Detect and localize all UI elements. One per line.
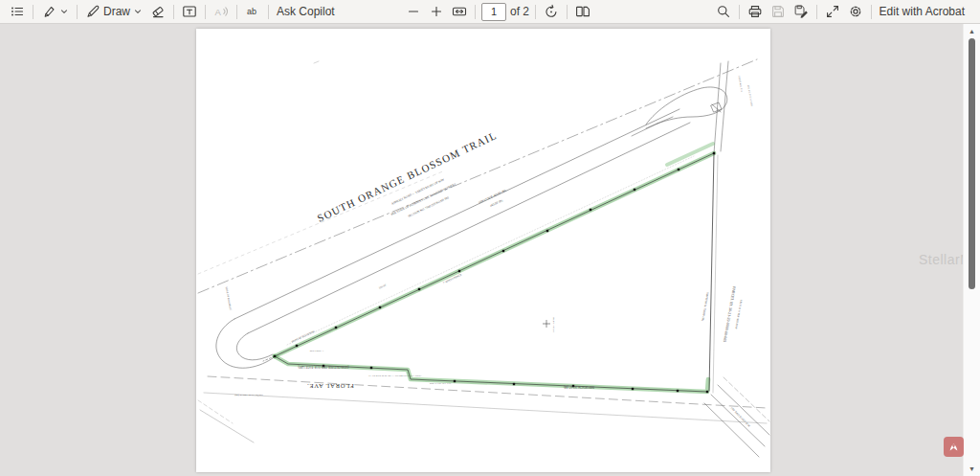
highlighter-icon xyxy=(41,4,56,19)
edge-pvmt-label: EDGE OF PAVEMENT xyxy=(225,286,232,311)
draw-button[interactable]: Draw xyxy=(81,0,146,23)
divider xyxy=(77,5,78,19)
scrollbar-thumb[interactable] xyxy=(969,38,975,289)
print-icon xyxy=(747,4,763,19)
set-ir-label: SET 1/2" IR LS 4595 xyxy=(429,382,451,385)
save-as-button[interactable] xyxy=(790,0,813,23)
acrobat-extension-button[interactable] xyxy=(944,437,964,457)
acrobat-logo-icon xyxy=(947,441,960,453)
ab-text-icon: ab xyxy=(245,4,260,19)
pdf-page: SOUTH ORANGE BLOSSOM TRAIL ASPHALT ROAD … xyxy=(196,29,770,472)
divider xyxy=(205,5,206,19)
toolbar-left-group: Draw A ab xyxy=(6,0,339,23)
street-main-label: SOUTH ORANGE BLOSSOM TRAIL xyxy=(316,129,499,224)
svg-text:A: A xyxy=(215,7,222,17)
railroad-label: 100' RAILROAD R/W xyxy=(730,406,751,428)
highlight-button[interactable] xyxy=(37,0,73,23)
draw-label: Draw xyxy=(103,5,130,18)
divider xyxy=(871,5,872,19)
ask-copilot-button[interactable]: Ask Copilot xyxy=(273,0,339,23)
gear-icon xyxy=(848,4,863,19)
survey-drawing: SOUTH ORANGE BLOSSOM TRAIL ASPHALT ROAD … xyxy=(196,29,770,472)
bearing-top2-label: 463.00' (D) xyxy=(489,198,502,208)
plus-icon xyxy=(429,4,444,19)
scroll-down-arrow[interactable]: ▼ xyxy=(964,463,980,475)
pen-icon xyxy=(85,4,100,19)
two-page-view-icon xyxy=(575,4,590,19)
erase-button[interactable] xyxy=(146,0,169,23)
hide-annotations-button[interactable]: ab xyxy=(241,0,264,23)
search-button[interactable] xyxy=(712,0,735,23)
fit-width-icon xyxy=(452,4,467,19)
divider xyxy=(567,5,568,19)
bearing-right-label: S00°02'04"W 750.00' (M) xyxy=(701,292,709,321)
divider xyxy=(33,5,33,19)
ask-copilot-label: Ask Copilot xyxy=(277,5,335,18)
floral-ave-label: FLORAL AVE. xyxy=(306,383,353,390)
zoom-in-button[interactable] xyxy=(425,0,448,23)
read-aloud-icon: A xyxy=(213,4,229,19)
elev-label: ELEV +97.24 xyxy=(552,317,555,332)
divider xyxy=(173,5,174,19)
save-button[interactable] xyxy=(767,0,790,23)
eraser-icon xyxy=(150,4,166,19)
scroll-up-arrow[interactable]: ▲ xyxy=(964,25,980,37)
search-icon xyxy=(716,4,731,19)
parcel-id-label: PARCEL ID. 30-21-29-0000-00-005 xyxy=(723,286,737,343)
fit-to-width-button[interactable] xyxy=(448,0,471,23)
divider xyxy=(535,5,536,19)
divider xyxy=(739,5,740,19)
edit-with-acrobat-button[interactable]: Edit with Acrobat xyxy=(876,0,969,23)
toolbar-right-group: Edit with Acrobat xyxy=(712,0,969,23)
toolbar-center-group: of 2 xyxy=(402,0,594,23)
zoom-out-button[interactable] xyxy=(402,0,425,23)
dim-350-label: 350.96' xyxy=(378,283,388,289)
page-count-label: of 2 xyxy=(510,5,529,18)
benchmark-cross xyxy=(543,320,550,328)
divider xyxy=(268,5,269,19)
divider xyxy=(236,5,237,19)
bearing-bl-label: S89°57'19"W 158.02' (M) xyxy=(234,394,262,397)
bearing-bottom-label: N89°58'56"W 363.07' (M) xyxy=(564,385,594,389)
chevron-down-icon xyxy=(59,7,69,16)
srd-label: PER S.R.D. R/W MAP xyxy=(746,85,753,107)
settings-button[interactable] xyxy=(844,0,867,23)
edit-with-acrobat-label: Edit with Acrobat xyxy=(880,5,965,18)
chevron-down-icon xyxy=(133,7,143,16)
save-as-icon xyxy=(793,4,809,19)
exist48-label: EXIST. 48'± R/W xyxy=(738,76,744,93)
pdf-viewport: StellarMLS xyxy=(0,24,980,476)
divider xyxy=(475,5,476,19)
rotate-button[interactable] xyxy=(540,0,563,23)
section-a-label: SECTION A xyxy=(310,350,323,352)
page-view-button[interactable] xyxy=(571,0,594,23)
divider xyxy=(816,5,817,19)
floral-sub-label: ASPHALT PAVEMENT — 50' R/W PER PLAT xyxy=(368,374,422,378)
add-text-button[interactable] xyxy=(178,0,201,23)
page-number-input[interactable] xyxy=(481,3,506,21)
table-of-contents-icon xyxy=(10,4,25,19)
table-of-contents-button[interactable] xyxy=(6,0,29,23)
survey-markers xyxy=(274,152,715,393)
save-icon xyxy=(770,4,786,19)
exist-rw-label: EXIST. R/W PER SRD MAP xyxy=(734,300,742,329)
text-box-icon xyxy=(182,4,197,19)
pdf-toolbar: Draw A ab xyxy=(0,0,980,24)
vertical-scrollbar[interactable]: ▲ ▼ xyxy=(963,24,980,476)
rotate-icon xyxy=(544,4,559,19)
minus-icon xyxy=(406,4,421,19)
fullscreen-button[interactable] xyxy=(821,0,844,23)
svg-text:ab: ab xyxy=(247,7,256,16)
fullscreen-icon xyxy=(825,4,840,19)
read-aloud-button[interactable]: A xyxy=(210,0,233,23)
print-button[interactable] xyxy=(744,0,767,23)
